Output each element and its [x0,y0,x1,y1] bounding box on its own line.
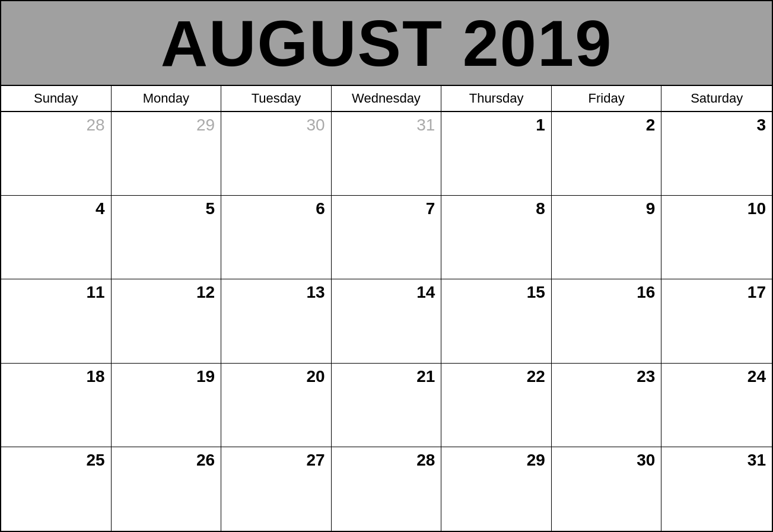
day-name-tuesday: Tuesday [221,86,332,111]
day-number: 30 [307,116,325,135]
calendar-cell[interactable]: 7 [332,196,442,279]
day-number: 21 [416,367,435,386]
calendar-grid: 2829303112345678910111213141516171819202… [1,112,772,531]
day-number: 26 [196,451,215,470]
calendar-cell[interactable]: 21 [332,364,442,447]
calendar-header: AUGUST 2019 [1,1,772,86]
calendar-title: AUGUST 2019 [1,7,772,79]
calendar-cell[interactable]: 15 [441,279,552,363]
calendar-cell[interactable]: 17 [661,279,772,363]
day-number: 11 [86,283,104,302]
day-number: 16 [637,283,655,302]
day-number: 24 [747,367,766,386]
day-name-saturday: Saturday [661,86,772,111]
day-number: 15 [527,283,545,302]
day-name-thursday: Thursday [441,86,552,111]
calendar-cell[interactable]: 10 [661,196,772,279]
calendar-cell[interactable]: 30 [221,112,332,196]
calendar-cell[interactable]: 20 [221,364,332,447]
calendar-cell[interactable]: 31 [332,112,442,196]
day-number: 19 [196,367,215,386]
day-number: 18 [86,367,104,386]
day-number: 28 [416,451,435,470]
day-number: 3 [756,116,766,135]
day-number: 13 [307,283,325,302]
calendar-cell[interactable]: 30 [552,447,662,531]
day-number: 20 [307,367,325,386]
calendar-cell[interactable]: 25 [1,447,112,531]
day-name-wednesday: Wednesday [332,86,442,111]
calendar-cell[interactable]: 16 [552,279,662,363]
day-number: 31 [747,451,766,470]
day-number: 8 [536,199,545,218]
calendar-cell[interactable]: 29 [112,112,222,196]
day-number: 29 [196,116,215,135]
day-number: 4 [96,199,105,218]
calendar-cell[interactable]: 11 [1,279,112,363]
calendar-cell[interactable]: 19 [112,364,222,447]
calendar-cell[interactable]: 13 [221,279,332,363]
day-number: 27 [307,451,325,470]
calendar-cell[interactable]: 22 [441,364,552,447]
day-name-monday: Monday [112,86,222,111]
day-number: 5 [206,199,215,218]
calendar-cell[interactable]: 12 [112,279,222,363]
day-number: 25 [86,451,104,470]
calendar-cell[interactable]: 1 [441,112,552,196]
calendar-cell[interactable]: 14 [332,279,442,363]
day-number: 31 [416,116,435,135]
calendar-cell[interactable]: 26 [112,447,222,531]
day-number: 2 [646,116,656,135]
calendar-cell[interactable]: 6 [221,196,332,279]
calendar: AUGUST 2019 SundayMondayTuesdayWednesday… [0,0,773,532]
calendar-cell[interactable]: 5 [112,196,222,279]
calendar-cell[interactable]: 24 [661,364,772,447]
day-number: 28 [86,116,104,135]
day-name-sunday: Sunday [1,86,112,111]
calendar-cell[interactable]: 3 [661,112,772,196]
calendar-cell[interactable]: 31 [661,447,772,531]
days-header: SundayMondayTuesdayWednesdayThursdayFrid… [1,86,772,112]
calendar-cell[interactable]: 29 [441,447,552,531]
calendar-cell[interactable]: 2 [552,112,662,196]
calendar-cell[interactable]: 23 [552,364,662,447]
day-number: 14 [416,283,435,302]
day-number: 17 [747,283,766,302]
day-number: 10 [747,199,766,218]
calendar-cell[interactable]: 8 [441,196,552,279]
day-number: 12 [196,283,215,302]
day-number: 6 [316,199,325,218]
calendar-cell[interactable]: 28 [1,112,112,196]
day-number: 30 [637,451,655,470]
day-number: 22 [527,367,545,386]
day-number: 29 [527,451,545,470]
day-number: 9 [646,199,656,218]
calendar-cell[interactable]: 4 [1,196,112,279]
calendar-cell[interactable]: 9 [552,196,662,279]
day-number: 1 [536,116,545,135]
day-number: 7 [426,199,435,218]
day-number: 23 [637,367,655,386]
calendar-cell[interactable]: 28 [332,447,442,531]
day-name-friday: Friday [552,86,662,111]
calendar-cell[interactable]: 27 [221,447,332,531]
calendar-cell[interactable]: 18 [1,364,112,447]
